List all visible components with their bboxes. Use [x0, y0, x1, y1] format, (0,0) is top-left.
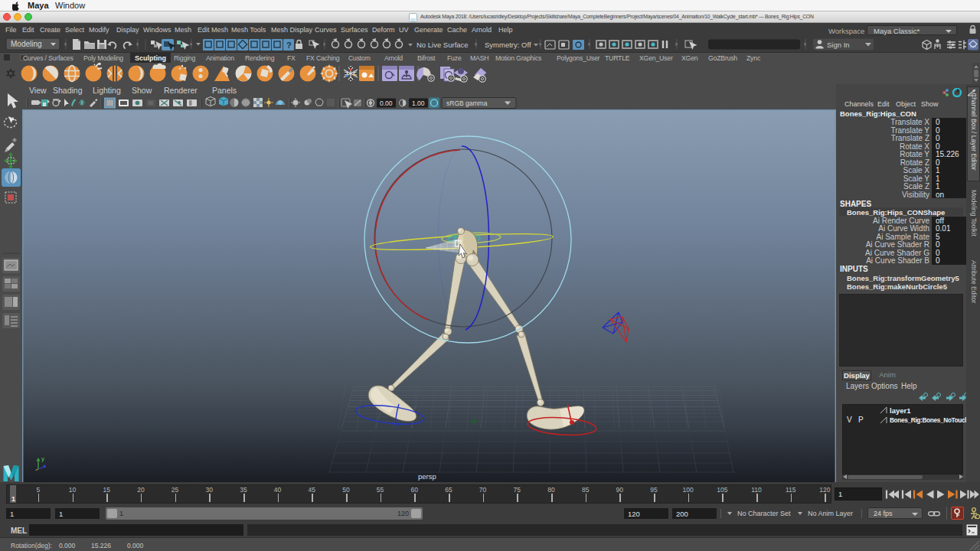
svg-text:Symmetry: Off: Symmetry: Off — [485, 41, 531, 49]
svg-text:0.00: 0.00 — [380, 99, 393, 107]
svg-text:y: y — [41, 455, 44, 462]
svg-text:Sign In: Sign In — [827, 41, 850, 49]
svg-text:Modeling: Modeling — [11, 40, 42, 48]
svg-text:1.00: 1.00 — [412, 99, 425, 107]
svg-text:?: ? — [286, 41, 292, 50]
svg-text:persp: persp — [418, 472, 436, 481]
svg-text:No Live Surface: No Live Surface — [416, 41, 469, 49]
svg-text:sRGB gamma: sRGB gamma — [446, 99, 488, 107]
